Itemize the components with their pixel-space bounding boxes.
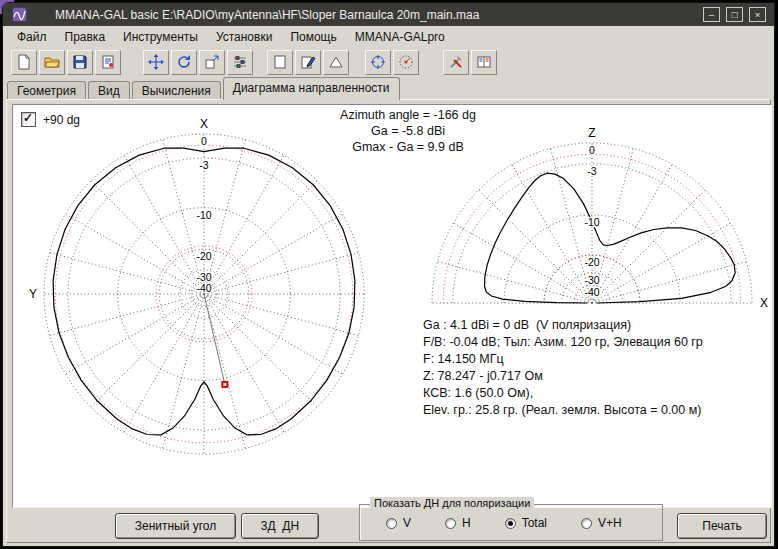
new-file-icon: [16, 54, 32, 70]
radio-v[interactable]: V: [386, 516, 411, 530]
app-window: MMANA-GAL basic E:\RADIO\myAntenna\HF\Sl…: [2, 2, 775, 547]
tab-geometry[interactable]: Геометрия: [7, 81, 86, 99]
tab-view[interactable]: Вид: [88, 81, 130, 99]
svg-text:-20: -20: [196, 250, 211, 262]
window-title: MMANA-GAL basic E:\RADIO\myAntenna\HF\Sl…: [55, 8, 479, 22]
menu-edit[interactable]: Правка: [56, 27, 115, 47]
edit-geometry-icon: [300, 54, 316, 70]
svg-text:-40: -40: [196, 282, 211, 294]
maximize-button[interactable]: □: [726, 7, 743, 22]
radio-h[interactable]: H: [445, 516, 471, 530]
info-impedance-line: Z: 78.247 - j0.717 Ом: [423, 368, 703, 385]
svg-text:Y: Y: [29, 287, 37, 301]
triangle-tool-button[interactable]: [323, 50, 349, 75]
menu-setup[interactable]: Установки: [207, 27, 281, 47]
title-bar[interactable]: MMANA-GAL basic E:\RADIO\myAntenna\HF\Sl…: [3, 3, 774, 26]
svg-text:X: X: [200, 117, 208, 131]
triangle-tool-icon: [328, 54, 344, 70]
rotate-arrow-icon: [176, 54, 192, 70]
elevation-pattern-chart[interactable]: 0-3-10-20-30-40ZX: [417, 109, 775, 315]
move-button[interactable]: [143, 50, 169, 75]
tools-setup-icon: [448, 54, 464, 70]
svg-text:X: X: [760, 296, 768, 310]
radio-total-label: Total: [522, 516, 547, 530]
tab-bar: Геометрия Вид Вычисления Диаграмма напра…: [7, 77, 770, 99]
svg-text:-40: -40: [584, 286, 599, 298]
reference-book-button[interactable]: [471, 50, 497, 75]
svg-text:-10: -10: [196, 209, 211, 221]
close-button[interactable]: ×: [749, 7, 766, 22]
center-target-button[interactable]: [365, 50, 391, 75]
save-floppy-icon: [72, 54, 88, 70]
radio-h-label: H: [462, 516, 471, 530]
svg-text:-30: -30: [584, 274, 599, 286]
svg-text:-20: -20: [584, 256, 599, 268]
reference-book-icon: [476, 54, 492, 70]
menu-mmana-galpro[interactable]: MMANA-GALpro: [346, 27, 454, 47]
svg-text:Z: Z: [588, 126, 595, 140]
svg-text:-30: -30: [196, 271, 211, 283]
radio-vh-label: V+H: [598, 516, 622, 530]
pattern-plot-panel: +90 dg Azimuth angle = -166 dg Ga = -5.8…: [12, 104, 772, 508]
file-properties-icon: [100, 54, 116, 70]
tools-setup-button[interactable]: [443, 50, 469, 75]
file-properties-button[interactable]: [95, 50, 121, 75]
radio-v-circle[interactable]: [386, 518, 397, 529]
menu-bar: Файл Правка Инструменты Установки Помощь…: [3, 26, 774, 47]
print-button[interactable]: Печать: [677, 513, 767, 539]
radio-v-label: V: [403, 516, 411, 530]
svg-text:0: 0: [201, 135, 207, 147]
tab-radiation-pattern[interactable]: Диаграмма направленности: [223, 77, 400, 100]
polarization-group-title: Показать ДН для поляризации: [370, 497, 534, 509]
radio-total[interactable]: Total: [505, 516, 547, 530]
far-field-pattern-icon: [398, 54, 414, 70]
center-target-icon: [370, 54, 386, 70]
polarization-groupbox: Показать ДН для поляризации V H Total V+…: [359, 504, 663, 541]
far-field-pattern-button[interactable]: [393, 50, 419, 75]
scale-window-button[interactable]: [199, 50, 225, 75]
menu-file[interactable]: Файл: [8, 27, 56, 47]
radio-total-circle[interactable]: [505, 518, 516, 529]
blank-page-icon: [272, 54, 288, 70]
info-gain-line: Ga : 4.1 dBi = 0 dB (V поляризация): [423, 317, 703, 334]
open-folder-icon: [44, 54, 60, 70]
edit-geometry-button[interactable]: [295, 50, 321, 75]
blank-page-button[interactable]: [267, 50, 293, 75]
radio-vh[interactable]: V+H: [581, 516, 622, 530]
menu-help[interactable]: Помощь: [281, 27, 345, 47]
info-frequency-line: F: 14.150 МГц: [423, 351, 703, 368]
menu-tools[interactable]: Инструменты: [114, 27, 207, 47]
svg-text:0: 0: [589, 144, 595, 156]
minimize-button[interactable]: –: [703, 7, 720, 22]
zenith-angle-button[interactable]: Зенитный угол: [115, 513, 236, 539]
toolbar: [3, 47, 774, 77]
info-swr-line: КСВ: 1.6 (50.0 Ом),: [423, 385, 703, 402]
open-file-button[interactable]: [39, 50, 65, 75]
info-fb-line: F/B: -0.04 dB; Тыл: Азим. 120 гр, Элевац…: [423, 334, 703, 351]
result-info-block: Ga : 4.1 dBi = 0 dB (V поляризация) F/B:…: [423, 317, 703, 419]
new-file-button[interactable]: [11, 50, 37, 75]
move-arrows-icon: [148, 54, 164, 70]
info-elevation-line: Elev. гр.: 25.8 гр. (Реал. земля. Высота…: [423, 402, 703, 419]
svg-text:-3: -3: [199, 159, 208, 171]
svg-text:-10: -10: [584, 216, 599, 228]
rotate-button[interactable]: [171, 50, 197, 75]
radio-vh-circle[interactable]: [581, 518, 592, 529]
three-d-pattern-button[interactable]: 3Д ДН: [241, 513, 319, 539]
save-file-button[interactable]: [67, 50, 93, 75]
app-icon: [12, 7, 27, 22]
azimuth-pattern-chart[interactable]: 0-3-10-20-30-40XY: [21, 111, 387, 477]
element-options-button[interactable]: [227, 50, 253, 75]
radio-h-circle[interactable]: [445, 518, 456, 529]
tab-calculations[interactable]: Вычисления: [132, 81, 221, 99]
svg-text:-3: -3: [587, 165, 596, 177]
client-area: +90 dg Azimuth angle = -166 dg Ga = -5.8…: [6, 99, 771, 543]
scale-window-icon: [204, 54, 220, 70]
element-sliders-icon: [232, 54, 248, 70]
